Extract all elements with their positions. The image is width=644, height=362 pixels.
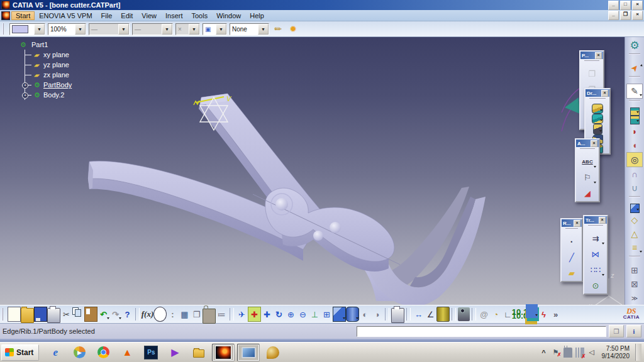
expand-icon[interactable]: + (22, 82, 28, 89)
camera-icon[interactable] (458, 307, 470, 321)
taskbar-media-player[interactable]: ▶ (69, 344, 90, 361)
menu-view[interactable]: View (137, 11, 161, 20)
taskbar-catia-painter[interactable] (262, 344, 284, 361)
relations-icon[interactable]: ≔ (216, 307, 228, 321)
knowledge-icon[interactable]: : (167, 307, 179, 321)
fillet-icon[interactable] (630, 204, 640, 213)
undo-icon[interactable]: ↶ (97, 307, 109, 321)
info-button[interactable]: i (626, 325, 641, 337)
translate-icon[interactable]: ⇉ (587, 231, 604, 246)
close-icon[interactable]: × (601, 90, 608, 97)
pivot-body[interactable] (253, 188, 400, 272)
sketcher-icon[interactable]: ✎ (626, 84, 643, 99)
opacity-select[interactable]: 100% ▼ (48, 23, 86, 35)
lock-icon[interactable] (203, 309, 216, 324)
palette-title-bar[interactable]: A... × (576, 140, 599, 147)
menu-tools[interactable]: Tools (187, 11, 212, 20)
palette-grip[interactable] (589, 98, 606, 102)
menu-help[interactable]: Help (245, 11, 269, 20)
doc-minimize-button[interactable]: _ (608, 11, 619, 20)
chevron-down-icon[interactable]: ▼ (216, 24, 226, 35)
hide-show-icon[interactable]: ◐ (359, 307, 371, 321)
measure-item-icon[interactable]: ∠ (425, 307, 436, 321)
apply-material-icon[interactable] (436, 307, 450, 322)
menu-enovia[interactable]: ENOVIA V5 VPM (35, 11, 96, 20)
flash-icon[interactable]: ϟ (538, 307, 550, 321)
command-input[interactable] (357, 326, 606, 337)
text-annotation-icon[interactable]: ABC (579, 154, 596, 170)
palette-grip[interactable] (580, 148, 595, 153)
start-button[interactable]: Start (1, 344, 39, 361)
close-icon[interactable]: × (599, 217, 606, 224)
dock-handle-2[interactable] (629, 76, 640, 82)
toolbar-handle[interactable] (2, 308, 6, 321)
zoom-out-icon[interactable]: ⊖ (297, 307, 309, 321)
taskbar-vlc[interactable]: ▲ (116, 344, 138, 361)
layer-filter-select[interactable]: None ▼ (230, 23, 269, 35)
palette-grip[interactable] (565, 228, 578, 233)
pocket-icon[interactable] (630, 116, 640, 124)
tree-item-yz-plane[interactable]: + ▰ yz plane (25, 60, 72, 70)
chevron-down-icon[interactable]: ▼ (258, 24, 269, 35)
expand-icon[interactable]: + (22, 92, 28, 99)
toolbar-drag-handle[interactable] (3, 23, 6, 35)
tray-volume[interactable]: ◁ (587, 348, 596, 358)
open-icon[interactable] (21, 308, 34, 323)
save-icon[interactable] (34, 307, 47, 322)
chevron-down-icon[interactable]: ▼ (34, 24, 45, 35)
catia-app-icon[interactable] (1, 1, 10, 9)
sectioning-icon[interactable] (526, 304, 538, 318)
close-icon[interactable]: × (591, 140, 597, 147)
trim-body-icon[interactable]: ⊠ (627, 277, 642, 291)
pan-icon[interactable]: ✚ (261, 307, 273, 321)
palette-title-bar[interactable]: P... × (580, 52, 603, 59)
paste-icon[interactable] (84, 307, 97, 322)
doc-close-button[interactable]: × (632, 11, 643, 20)
pad-feature-icon[interactable] (592, 104, 603, 114)
rivet-1[interactable] (275, 198, 288, 211)
palette-title-bar[interactable]: R... × (562, 219, 582, 227)
taskbar-clock[interactable]: 7:50 PM 9/14/2020 (599, 345, 633, 360)
taskbar-internet-explorer[interactable]: e (45, 344, 66, 361)
taskbar-explorer[interactable] (188, 344, 209, 361)
iso-view-icon[interactable] (333, 307, 346, 322)
chevron-down-icon[interactable]: ▼ (75, 24, 86, 35)
taskbar-computer[interactable] (237, 344, 260, 361)
copy-icon[interactable] (72, 307, 84, 321)
bone-cutter-model[interactable]: V z x y (0, 37, 644, 305)
painter-icon[interactable]: ✏ (272, 23, 284, 35)
taskbar-chrome[interactable] (92, 344, 114, 361)
swap-space-icon[interactable]: ◑ (371, 307, 383, 321)
menu-start[interactable]: Start (11, 11, 35, 20)
pattern-icon[interactable]: ∷∷ (587, 262, 604, 278)
design-table-icon[interactable]: ▦ (179, 307, 191, 321)
measure-between-icon[interactable]: ↔ (413, 307, 425, 321)
document-icon[interactable] (1, 11, 10, 20)
fly-mode-icon[interactable]: ✈ (236, 307, 248, 321)
weld-feature-icon[interactable]: ◢ (579, 185, 596, 201)
flag-note-icon[interactable]: ⚐ (579, 170, 596, 185)
multi-view-icon[interactable]: ⊞ (321, 307, 333, 321)
chamfer-icon[interactable]: ◇ (627, 213, 642, 227)
maximize-button[interactable]: □ (620, 1, 631, 10)
tray-expand[interactable]: ^ (540, 348, 548, 358)
menu-file[interactable]: File (97, 11, 117, 20)
pocket-feature-icon[interactable] (592, 114, 603, 124)
quick-print-icon[interactable] (391, 308, 404, 323)
cut-icon[interactable]: ✂ (60, 307, 72, 321)
plane-icon[interactable]: ▰ (563, 265, 580, 281)
shell-icon[interactable]: ≡ (627, 241, 642, 255)
dock-handle-3[interactable] (629, 100, 640, 106)
viewport-3d[interactable]: V z x y ⚙ Part (0, 37, 644, 305)
workbench-icon[interactable]: ⚙ (627, 38, 642, 52)
normal-view-icon[interactable]: ⊥ (309, 307, 321, 321)
rib-icon[interactable]: ∩ (627, 167, 642, 181)
tree-item-body2[interactable]: + ⚙ Body.2 (25, 90, 72, 100)
pad-icon[interactable] (630, 107, 640, 116)
palette-grip[interactable] (588, 225, 603, 229)
render-style-icon[interactable] (346, 307, 359, 322)
render-layer-select[interactable]: ▣ ▼ (203, 23, 227, 35)
dock-more-chevron[interactable]: ≫ (627, 291, 642, 305)
palette-title-bar[interactable]: Tr... × (584, 216, 607, 224)
menu-insert[interactable]: Insert (161, 11, 187, 20)
